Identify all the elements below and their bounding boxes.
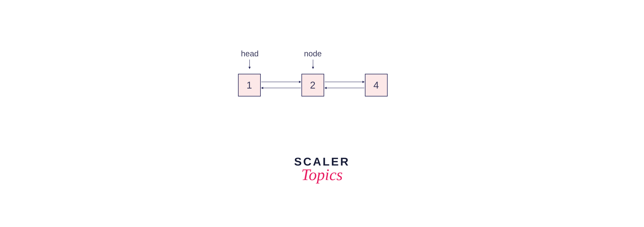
node-label: node <box>304 49 322 58</box>
logo-topics-text: Topics <box>294 165 350 184</box>
node-value-1: 1 <box>246 79 252 91</box>
node-pointer-arrow <box>313 60 313 69</box>
scaler-topics-logo: SCALER Topics <box>294 155 350 184</box>
prev-arrow-2-1 <box>261 88 301 88</box>
node-box-3: 4 <box>365 74 388 96</box>
node-box-2: 2 <box>302 74 324 96</box>
linked-list-diagram: head node 1 2 4 <box>237 49 407 100</box>
node-value-3: 4 <box>374 79 379 91</box>
nodes-row: 1 2 4 <box>237 74 407 100</box>
prev-arrow-3-2 <box>325 88 364 88</box>
next-arrow-2-3 <box>325 82 364 82</box>
head-pointer-arrow <box>250 60 250 69</box>
next-arrow-1-2 <box>261 82 301 82</box>
labels-row: head node <box>237 49 407 72</box>
head-label: head <box>241 49 259 58</box>
node-value-2: 2 <box>310 79 316 91</box>
node-box-1: 1 <box>238 74 261 96</box>
